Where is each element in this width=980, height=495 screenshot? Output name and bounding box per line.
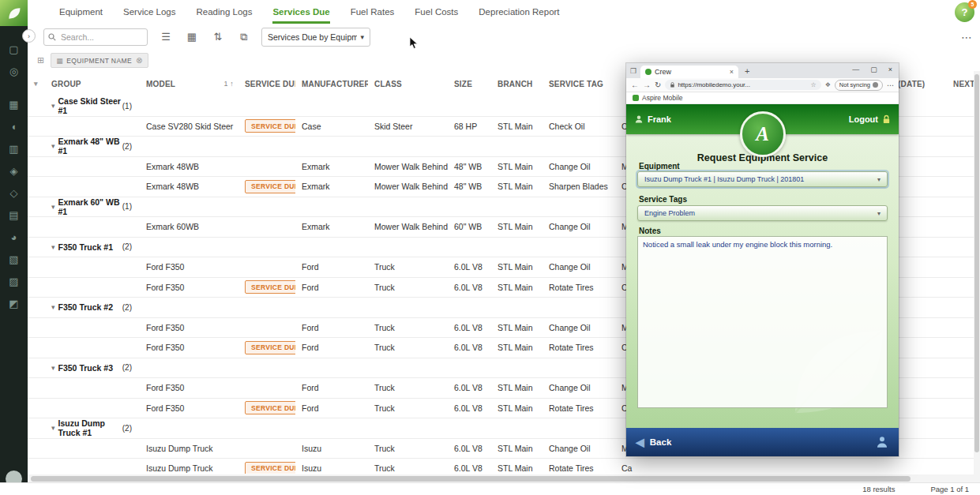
chip-remove-icon[interactable]: ⊗ xyxy=(136,56,143,65)
column-header-chevron[interactable]: ▾ xyxy=(28,80,45,88)
group-icon[interactable]: ⧉ xyxy=(236,31,252,43)
chevron-down-icon: ▾ xyxy=(877,176,880,183)
equipment-select[interactable]: Isuzu Dump Truck #1 | Isuzu Dump Truck |… xyxy=(637,171,888,187)
bookmark-aspire-mobile[interactable]: Aspire Mobile xyxy=(642,94,683,102)
window-controls: — ▢ × xyxy=(852,66,892,73)
tab-depreciation-report[interactable]: Depreciation Report xyxy=(479,0,559,24)
column-header-branch[interactable]: BRANCH xyxy=(491,80,543,88)
app-logo[interactable] xyxy=(0,0,28,26)
horizontal-scroll-thumb[interactable] xyxy=(31,476,911,482)
column-header-class[interactable]: CLASS xyxy=(368,80,448,88)
group-count: (2) xyxy=(122,424,140,433)
tab-fuel-rates[interactable]: Fuel Rates xyxy=(351,0,395,24)
chevron-down-icon[interactable]: ▾ xyxy=(51,142,55,150)
chevron-down-icon[interactable]: ▾ xyxy=(51,203,55,211)
bookmark-favicon xyxy=(633,95,639,101)
column-header-manufacturer[interactable]: MANUFACTURER xyxy=(295,80,368,88)
filter-icon[interactable]: ☰ xyxy=(158,31,174,43)
notes-textarea[interactable]: Noticed a small leak under my engine blo… xyxy=(637,236,888,408)
close-button[interactable]: × xyxy=(888,66,892,73)
service-due-badge: SERVICE DUE xyxy=(245,401,295,414)
inventory-icon[interactable]: ▨ xyxy=(9,276,18,287)
group-name: Exmark 48" WB #1 xyxy=(58,137,122,156)
more-options-button[interactable]: ⋯ xyxy=(961,31,972,43)
browser-menu-button[interactable]: ⋯ xyxy=(887,81,894,89)
logout-button[interactable]: Logout xyxy=(849,114,891,125)
new-tab-button[interactable]: + xyxy=(745,66,749,76)
search-input[interactable] xyxy=(59,32,143,43)
refresh-button[interactable]: ↻ xyxy=(655,81,661,89)
sidebar-expand-button[interactable]: › xyxy=(22,29,36,43)
chevron-down-icon[interactable]: ▾ xyxy=(51,303,55,311)
back-button[interactable]: ← xyxy=(631,81,639,89)
maximize-button[interactable]: ▢ xyxy=(870,66,877,73)
tab-services-due[interactable]: Services Due xyxy=(272,0,329,24)
chevron-down-icon: ▾ xyxy=(877,210,880,217)
top-navigation: EquipmentService LogsReading LogsService… xyxy=(28,0,980,24)
notification-badge: 5 xyxy=(968,0,977,9)
chevron-down-icon[interactable]: ▾ xyxy=(51,424,55,432)
tab-title: Crew xyxy=(655,68,727,76)
work-tickets-icon[interactable]: ▤ xyxy=(9,210,18,220)
group-name: Exmark 60" WB #1 xyxy=(58,197,122,216)
toolbar: ☰ ▦ ⇅ ⧉ Services Due by Equipmen ▾ ⋯ xyxy=(28,24,980,50)
sidebar-icon-list: ▢◎▦◖▥◈◇▤◕▧▨◩ xyxy=(0,44,28,309)
accounting-icon[interactable]: ◕ xyxy=(11,232,17,242)
app-root: ▢◎▦◖▥◈◇▤◕▧▨◩ › EquipmentService LogsRead… xyxy=(0,0,980,495)
sort-icon[interactable]: ⇅ xyxy=(210,31,226,43)
search-box[interactable] xyxy=(43,28,148,46)
tab-reading-logs[interactable]: Reading Logs xyxy=(196,0,252,24)
address-bar[interactable]: https://mobiledemo.your... ☆ xyxy=(665,80,820,90)
messages-icon[interactable]: ◖ xyxy=(11,122,17,132)
column-header-model[interactable]: MODEL1 ↑ xyxy=(140,80,238,88)
tab-fuel-costs[interactable]: Fuel Costs xyxy=(415,0,458,24)
chevron-down-icon[interactable]: ▾ xyxy=(51,102,55,110)
aspire-logo-letter: A xyxy=(756,123,769,145)
service-due-badge: SERVICE DUE xyxy=(245,341,295,354)
columns-icon[interactable]: ▦ xyxy=(184,31,200,43)
reports-icon[interactable]: ▥ xyxy=(9,144,18,154)
equipment-icon[interactable]: ◩ xyxy=(9,298,18,309)
column-header-group[interactable]: GROUP xyxy=(45,80,140,88)
tab-close-icon[interactable]: × xyxy=(730,68,734,76)
scheduling-icon[interactable]: ▦ xyxy=(9,99,18,110)
grouping-icon[interactable]: ⊞ xyxy=(37,55,44,66)
sync-status-pill[interactable]: Not syncing xyxy=(835,80,883,91)
filter-chip-equipment-name[interactable]: ▦ EQUIPMENT NAME ⊗ xyxy=(51,53,148,68)
sidebar: ▢◎▦◖▥◈◇▤◕▧▨◩ xyxy=(0,0,28,495)
search-icon[interactable]: ◎ xyxy=(9,66,18,77)
forward-button[interactable]: → xyxy=(643,81,651,89)
column-header-service-due[interactable]: SERVICE DUE xyxy=(238,80,295,88)
vertical-scrollbar[interactable] xyxy=(974,71,980,482)
purchasing-icon[interactable]: ▧ xyxy=(9,254,18,264)
chevron-down-icon[interactable]: ▾ xyxy=(51,243,55,251)
column-header-size[interactable]: SIZE xyxy=(448,80,491,88)
page-indicator[interactable]: Page 1 of 1 xyxy=(930,485,969,493)
extensions-icon[interactable]: ❖ xyxy=(825,81,831,88)
opportunities-icon[interactable]: ◈ xyxy=(10,166,18,176)
table-row[interactable]: Isuzu Dump TruckSERVICE DUEIsuzuTruck6.0… xyxy=(28,459,974,474)
tab-service-logs[interactable]: Service Logs xyxy=(123,0,175,24)
chevron-down-icon[interactable]: ▾ xyxy=(51,364,55,372)
user-menu[interactable]: Frank xyxy=(634,114,671,124)
help-button[interactable]: ? 5 xyxy=(955,2,974,22)
bookmark-star-icon[interactable]: ☆ xyxy=(810,81,816,88)
vertical-scroll-thumb[interactable] xyxy=(974,74,979,452)
group-count: (1) xyxy=(122,202,140,211)
column-header-service-tag[interactable]: SERVICE TAG xyxy=(543,80,615,88)
service-due-badge: SERVICE DUE xyxy=(245,119,295,133)
back-button-mobile[interactable]: ◀ Back xyxy=(636,436,671,448)
tab-equipment[interactable]: Equipment xyxy=(59,0,103,24)
properties-icon[interactable]: ◇ xyxy=(10,188,18,198)
home-icon[interactable]: ▢ xyxy=(9,44,18,54)
sort-indicator[interactable]: 1 ↑ xyxy=(223,80,238,88)
browser-tab-crew[interactable]: Crew × xyxy=(640,66,738,78)
minimize-button[interactable]: — xyxy=(852,66,859,73)
back-label: Back xyxy=(650,437,672,447)
column-header-next-se[interactable]: NEXT SE xyxy=(947,80,974,88)
view-dropdown[interactable]: Services Due by Equipmen ▾ xyxy=(261,28,370,47)
service-tags-select[interactable]: Engine Problem ▾ xyxy=(637,205,888,221)
submit-request-icon[interactable] xyxy=(875,435,889,449)
column-header-date[interactable]: (DATE) xyxy=(892,80,947,88)
service-due-badge: SERVICE DUE xyxy=(245,280,295,294)
